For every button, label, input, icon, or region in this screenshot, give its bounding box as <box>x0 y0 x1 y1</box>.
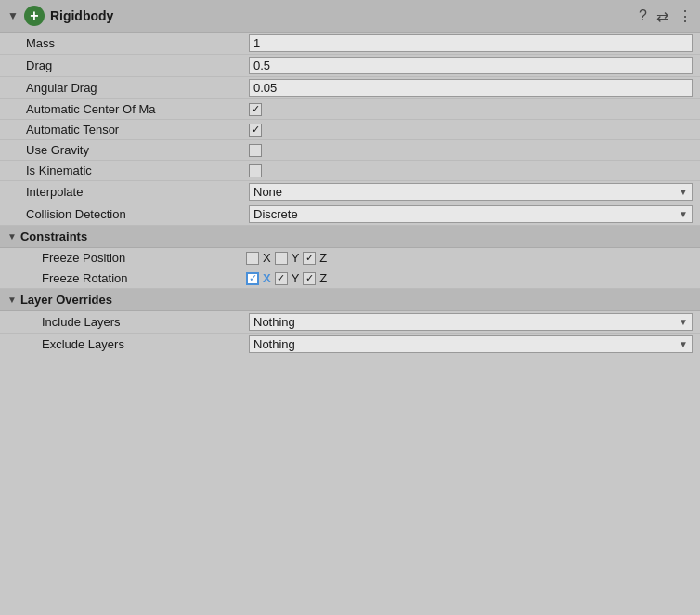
auto-center-value <box>249 103 693 116</box>
auto-center-checkbox[interactable] <box>249 103 262 116</box>
freeze-rotation-z-checkbox[interactable] <box>303 272 316 285</box>
freeze-position-x-checkbox[interactable] <box>246 252 259 265</box>
auto-tensor-value <box>249 124 693 137</box>
freeze-rotation-x-checkbox[interactable] <box>246 272 259 285</box>
interpolate-dropdown-text: None <box>253 185 679 199</box>
use-gravity-row: Use Gravity <box>0 140 700 161</box>
auto-center-label: Automatic Center Of Ma <box>26 102 249 116</box>
constraints-section-header[interactable]: ▼ Constraints <box>0 226 700 248</box>
interpolate-value: None ▼ <box>249 183 693 201</box>
collision-dropdown-arrow: ▼ <box>679 209 688 219</box>
freeze-rotation-label: Freeze Rotation <box>42 271 246 285</box>
constraints-arrow: ▼ <box>7 231 17 242</box>
exclude-layers-dropdown-arrow: ▼ <box>679 339 688 349</box>
help-button[interactable]: ? <box>639 7 647 24</box>
is-kinematic-label: Is Kinematic <box>26 164 249 177</box>
freeze-position-y-checkbox[interactable] <box>275 252 288 265</box>
angular-drag-value <box>249 79 693 97</box>
component-title: Rigidbody <box>50 8 633 23</box>
auto-tensor-label: Automatic Tensor <box>26 123 249 137</box>
menu-button[interactable]: ⋮ <box>678 7 693 25</box>
freeze-position-x-label: X <box>263 251 271 265</box>
angular-drag-row: Angular Drag <box>0 77 700 99</box>
include-layers-dropdown-text: Nothing <box>253 315 679 329</box>
include-layers-dropdown-arrow: ▼ <box>679 317 688 327</box>
exclude-layers-dropdown[interactable]: Nothing ▼ <box>249 335 693 353</box>
freeze-rotation-z-label: Z <box>319 271 327 285</box>
freeze-position-z-label: Z <box>319 251 327 265</box>
is-kinematic-row: Is Kinematic <box>0 161 700 181</box>
use-gravity-value <box>249 144 693 157</box>
collision-row: Collision Detection Discrete ▼ <box>0 203 700 226</box>
include-layers-label: Include Layers <box>26 315 249 329</box>
auto-tensor-checkbox[interactable] <box>249 124 262 137</box>
mass-row: Mass <box>0 33 700 55</box>
drag-row: Drag <box>0 55 700 77</box>
layer-overrides-title: Layer Overrides <box>20 293 112 307</box>
mass-value <box>249 34 693 52</box>
layer-overrides-arrow: ▼ <box>7 294 17 305</box>
collision-label: Collision Detection <box>26 207 249 221</box>
freeze-rotation-row: Freeze Rotation X Y Z <box>0 268 700 289</box>
exclude-layers-label: Exclude Layers <box>26 337 249 351</box>
interpolate-dropdown[interactable]: None ▼ <box>249 183 693 201</box>
constraints-title: Constraints <box>20 229 87 243</box>
header-actions: ? ⇄ ⋮ <box>639 7 693 25</box>
freeze-rotation-y-label: Y <box>292 271 300 285</box>
collision-value: Discrete ▼ <box>249 205 693 223</box>
freeze-position-label: Freeze Position <box>42 251 246 265</box>
angular-drag-input[interactable] <box>249 79 693 97</box>
rigidbody-panel: ▼ + Rigidbody ? ⇄ ⋮ Mass Drag Angular Dr… <box>0 0 700 355</box>
use-gravity-checkbox[interactable] <box>249 144 262 157</box>
settings-button[interactable]: ⇄ <box>656 7 668 25</box>
interpolate-row: Interpolate None ▼ <box>0 181 700 203</box>
layer-overrides-section-header[interactable]: ▼ Layer Overrides <box>0 289 700 311</box>
freeze-rotation-x-label: X <box>263 271 271 285</box>
freeze-position-checks: X Y Z <box>246 251 327 265</box>
collision-dropdown-text: Discrete <box>253 207 679 221</box>
drag-input[interactable] <box>249 57 693 74</box>
exclude-layers-row: Exclude Layers Nothing ▼ <box>0 334 700 355</box>
include-layers-row: Include Layers Nothing ▼ <box>0 311 700 334</box>
freeze-position-z-checkbox[interactable] <box>303 252 316 265</box>
collision-dropdown[interactable]: Discrete ▼ <box>249 205 693 223</box>
interpolate-dropdown-arrow: ▼ <box>679 187 688 197</box>
component-header: ▼ + Rigidbody ? ⇄ ⋮ <box>0 0 700 33</box>
freeze-rotation-y-checkbox[interactable] <box>275 272 288 285</box>
drag-value <box>249 57 693 74</box>
angular-drag-label: Angular Drag <box>26 81 249 95</box>
interpolate-label: Interpolate <box>26 185 249 199</box>
is-kinematic-checkbox[interactable] <box>249 164 262 177</box>
component-icon: + <box>24 6 45 26</box>
mass-input[interactable] <box>249 34 693 52</box>
freeze-rotation-checks: X Y Z <box>246 271 327 285</box>
include-layers-dropdown[interactable]: Nothing ▼ <box>249 313 693 331</box>
auto-center-row: Automatic Center Of Ma <box>0 99 700 120</box>
freeze-position-row: Freeze Position X Y Z <box>0 248 700 268</box>
freeze-position-y-label: Y <box>292 251 300 265</box>
is-kinematic-value <box>249 164 693 177</box>
mass-label: Mass <box>26 36 249 50</box>
exclude-layers-dropdown-text: Nothing <box>253 337 679 351</box>
include-layers-value: Nothing ▼ <box>249 313 693 331</box>
drag-label: Drag <box>26 59 249 72</box>
collapse-arrow[interactable]: ▼ <box>7 9 19 22</box>
icon-plus: + <box>30 7 38 24</box>
use-gravity-label: Use Gravity <box>26 143 249 157</box>
exclude-layers-value: Nothing ▼ <box>249 335 693 353</box>
auto-tensor-row: Automatic Tensor <box>0 120 700 140</box>
